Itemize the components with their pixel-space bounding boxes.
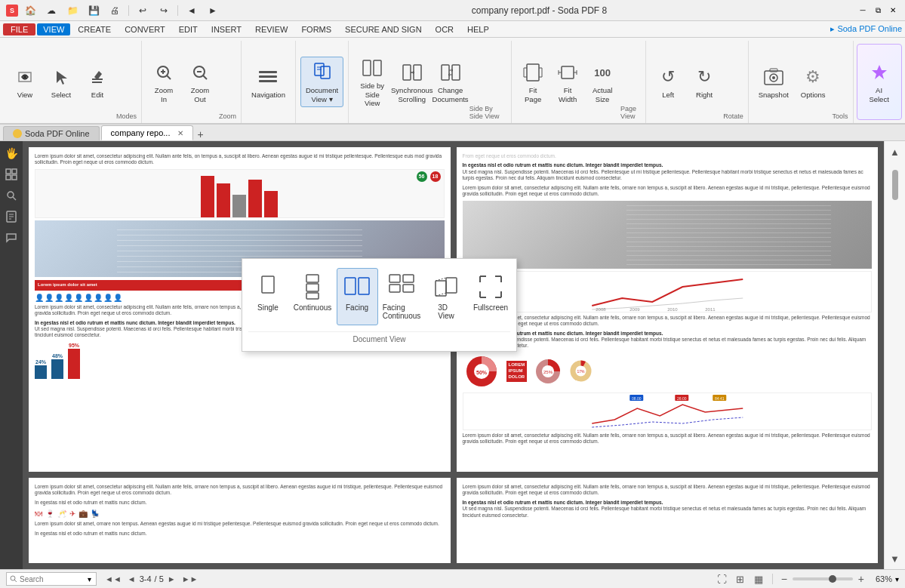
ai-select-section: AI Select (857, 44, 902, 120)
fit-window-icon[interactable]: ⛶ (715, 571, 730, 586)
snapshot-button[interactable]: Snapshot (753, 61, 794, 103)
view-mode-icon[interactable]: ▦ (751, 571, 766, 586)
pdf-page-4: From eget neque ut eros commodo dictum. … (457, 147, 879, 472)
cloud-icon[interactable]: ☁ (42, 2, 60, 20)
svg-point-38 (8, 192, 14, 198)
right-sidebar: ▲ ▼ (884, 141, 905, 569)
review-menu[interactable]: REVIEW (249, 23, 294, 35)
fit-width-button[interactable]: FitWidth (551, 57, 584, 107)
fit-page-button[interactable]: FitPage (516, 57, 549, 107)
forward-icon[interactable]: ► (204, 2, 222, 20)
scroll-down-icon[interactable]: ▼ (888, 551, 903, 566)
facing-view-option[interactable]: Facing (337, 268, 378, 325)
page4-text4: Ut sed magna nisl. Suspendisse potenti. … (463, 337, 873, 349)
convert-menu[interactable]: CONVERT (119, 23, 171, 35)
insert-menu[interactable]: INSERT (205, 23, 248, 35)
search-dropdown-icon[interactable]: ▾ (88, 575, 91, 583)
page-layout-icon[interactable]: ⊞ (733, 571, 748, 586)
zoom-out-label: ZoomOut (191, 86, 209, 103)
svg-text:08.00: 08.00 (631, 396, 641, 401)
search-input[interactable] (20, 575, 88, 583)
zoom-in-button[interactable]: ZoomIn (146, 57, 181, 107)
snapshot-icon (762, 65, 786, 89)
bookmarks-panel-icon[interactable] (2, 208, 20, 226)
svg-rect-63 (262, 276, 274, 293)
facing-continuous-label: FacingContinuous (383, 303, 421, 320)
toolbar: View Select Edit Modes Zo (0, 38, 905, 125)
new-tab-button[interactable]: + (198, 128, 204, 140)
scroll-up-icon[interactable]: ▲ (888, 144, 903, 159)
annotations-panel-icon[interactable] (2, 229, 20, 247)
ai-select-button[interactable]: AI Select (862, 57, 897, 107)
pie-chart-3: 17% (568, 358, 594, 384)
svg-rect-36 (6, 175, 11, 180)
sync-scroll-button[interactable]: SynchronousScrolling (392, 57, 431, 107)
edit-menu[interactable]: EDIT (173, 23, 204, 35)
scrollbar-track[interactable] (892, 161, 898, 550)
page3-b-text3: Lorem ipsum dolor sit amet, ornare non t… (35, 521, 445, 527)
document-view-section: DocumentView ▾ (296, 41, 349, 123)
tab-close-icon[interactable]: ✕ (177, 129, 183, 137)
document-view-button[interactable]: DocumentView ▾ (300, 57, 343, 107)
person-icon: 👤 (103, 293, 112, 303)
side-by-side-button[interactable]: Side by SideView (353, 52, 391, 111)
select-button[interactable]: Select (44, 61, 78, 103)
bar5 (264, 191, 278, 217)
soda-pdf-online-link[interactable]: ▸ Soda PDF Online (830, 24, 902, 34)
single-view-option[interactable]: Single (248, 268, 289, 325)
rotate-right-button[interactable]: ↻ Right (687, 61, 722, 103)
zoom-in-status-button[interactable]: + (856, 573, 867, 585)
restore-button[interactable]: ⧉ (872, 5, 884, 17)
zoom-out-status-button[interactable]: − (779, 573, 790, 585)
zoom-dropdown-icon[interactable]: ▾ (895, 575, 899, 583)
undo-icon[interactable]: ↩ (134, 2, 152, 20)
actual-size-button[interactable]: 100 ActualSize (586, 57, 619, 107)
facing-continuous-option[interactable]: FacingContinuous (381, 268, 423, 325)
facing-option-icon (343, 273, 371, 300)
save-icon[interactable]: 💾 (85, 2, 103, 20)
view-mode-button[interactable]: View (8, 61, 42, 103)
navigation-button[interactable]: Navigation (246, 61, 291, 103)
folder-icon[interactable]: 📁 (63, 2, 82, 20)
fullscreen-option[interactable]: Fullscreen (470, 268, 512, 325)
svg-text:50%: 50% (476, 370, 487, 375)
first-page-button[interactable]: ◄◄ (103, 573, 124, 585)
status-bar: ▾ ◄◄ ◄ 3-4 / 5 ► ►► ⛶ ⊞ ▦ − + 63% ▾ (0, 569, 905, 588)
home-icon[interactable]: 🏠 (21, 2, 39, 20)
prev-page-button[interactable]: ◄ (125, 573, 138, 585)
secure-sign-menu[interactable]: SECURE AND SIGN (339, 23, 427, 35)
forms-menu[interactable]: FORMS (295, 23, 337, 35)
back-icon[interactable]: ◄ (183, 2, 201, 20)
view-menu[interactable]: VIEW (37, 23, 70, 35)
help-menu[interactable]: HELP (461, 23, 495, 35)
window-controls: ─ ⧉ ✕ (857, 5, 899, 17)
minimize-button[interactable]: ─ (857, 5, 869, 17)
chart-badge1: 18 (430, 171, 441, 182)
create-menu[interactable]: CREATE (72, 23, 117, 35)
search-panel-icon[interactable] (2, 186, 20, 205)
close-button[interactable]: ✕ (887, 5, 899, 17)
hand-tool-icon[interactable]: 🖐 (2, 144, 20, 162)
zoom-out-button[interactable]: ZoomOut (183, 57, 217, 107)
thumbnail-panel-icon[interactable] (2, 165, 20, 183)
options-button[interactable]: ⚙ Options (796, 61, 831, 103)
last-page-button[interactable]: ►► (180, 573, 201, 585)
print-icon[interactable]: 🖨 (106, 2, 124, 20)
rotate-left-icon: ↺ (656, 65, 680, 89)
zoom-slider[interactable] (793, 577, 853, 580)
3d-view-option[interactable]: 3DView (426, 268, 467, 325)
next-page-button[interactable]: ► (165, 573, 178, 585)
search-box: ▾ (6, 572, 97, 586)
edit-button[interactable]: Edit (80, 61, 115, 103)
continuous-view-option[interactable]: Continuous (292, 268, 334, 325)
soda-online-tab[interactable]: Soda PDF Online (3, 126, 100, 140)
file-menu[interactable]: FILE (3, 23, 35, 35)
rotate-left-button[interactable]: ↺ Left (651, 61, 685, 103)
change-docs-button[interactable]: ChangeDocuments (432, 57, 467, 107)
redo-icon[interactable]: ↪ (155, 2, 173, 20)
zoom-slider-thumb (829, 575, 836, 583)
ocr-menu[interactable]: OCR (429, 23, 460, 35)
lorem-ipsum-text: LOREMIPSUMDOLOR (506, 361, 528, 381)
main-area: 🖐 Lorem ipsum dolor sit amet, consectetu… (0, 141, 905, 569)
company-report-tab[interactable]: company repo... ✕ (101, 125, 193, 140)
